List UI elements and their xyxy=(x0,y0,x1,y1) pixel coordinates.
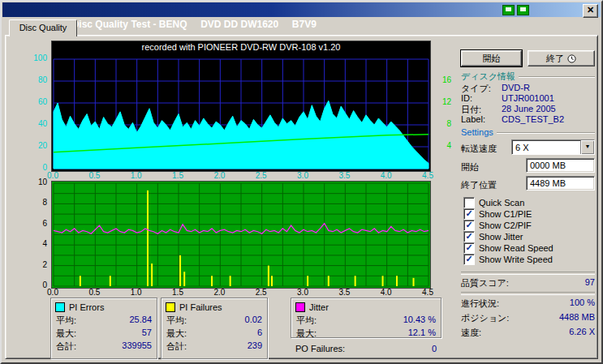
axis-tick-label: 20 xyxy=(38,141,47,150)
checkbox-label: Show Write Speed xyxy=(479,255,553,264)
disc-label-value: CDS_TEST_B2 xyxy=(502,114,564,124)
checkbox-quick-scan[interactable]: Quick Scan xyxy=(463,197,524,208)
chevron-down-icon[interactable]: ▼ xyxy=(580,140,594,154)
axis-tick-label: 8 xyxy=(446,119,451,128)
jitter-chart xyxy=(51,181,431,289)
disc-id-value: UTJR001001 xyxy=(502,93,554,103)
speed-status-value: 6.26 X xyxy=(569,327,595,339)
pi-failures-legend-title: PI Failures xyxy=(179,302,222,312)
titlebar-disk-icon[interactable] xyxy=(517,5,529,15)
progress-row: 進行状況:100 % xyxy=(461,298,595,310)
axis-tick-label: 2.0 xyxy=(213,171,225,180)
axis-tick-label: 0.5 xyxy=(88,288,100,297)
cd-speed-window: CD Speed : Disc Quality Test - BENQ DVD … xyxy=(0,0,603,364)
speed-label: 転送速度 xyxy=(461,143,497,155)
po-failures-value: 0 xyxy=(432,344,437,353)
axis-tick-label: 4.5 xyxy=(422,288,433,297)
po-failures-row: PO Failures: 0 xyxy=(295,344,437,353)
stat-label: 最大: xyxy=(166,328,187,339)
axis-tick-label: 2 xyxy=(42,260,47,269)
titlebar-graph-icon[interactable] xyxy=(502,5,515,15)
checkbox-box[interactable]: ✓ xyxy=(463,231,475,242)
checkbox-box[interactable]: ✓ xyxy=(463,220,475,231)
axis-tick-label: 12 xyxy=(442,97,451,106)
settings-header-label: Settings xyxy=(461,127,493,137)
jitter-chart-x-axis: 0.00.51.01.52.02.53.03.54.04.5 xyxy=(51,288,429,298)
clock-icon xyxy=(567,54,576,63)
jitter-chart-left-axis: 1086420 xyxy=(24,181,49,287)
header-rule xyxy=(497,132,595,133)
speed-combobox[interactable]: 6 X ▼ xyxy=(511,139,595,155)
axis-tick-label: 4.0 xyxy=(381,288,392,297)
axis-tick-label: 0.0 xyxy=(47,288,58,297)
position-label: ポジション: xyxy=(461,312,509,324)
checkbox-show-write-speed[interactable]: ✓Show Write Speed xyxy=(463,254,553,264)
axis-tick-label: 0.0 xyxy=(47,171,58,180)
divider xyxy=(461,272,595,275)
checkbox-show-c1-pie[interactable]: ✓Show C1/PIE xyxy=(463,208,532,219)
axis-tick-label: 4 xyxy=(446,141,451,150)
axis-tick-label: 4 xyxy=(42,239,47,248)
checkbox-show-jitter[interactable]: ✓Show Jitter xyxy=(463,231,523,242)
end-position-label: 終了位置 xyxy=(461,179,497,191)
start-button-label: 開始 xyxy=(483,53,501,65)
axis-tick-label: 1.5 xyxy=(172,171,183,180)
axis-tick-label: 2.0 xyxy=(213,288,225,297)
checkbox-box[interactable] xyxy=(463,197,475,208)
speed-combobox-value: 6 X xyxy=(512,143,580,152)
axis-tick-label: 80 xyxy=(38,75,47,84)
progress-value: 100 % xyxy=(570,298,595,310)
axis-tick-label: 6 xyxy=(42,219,47,228)
checkbox-label: Show C1/PIE xyxy=(479,209,532,219)
stat-value: 0.02 xyxy=(245,315,262,326)
title-bar[interactable]: CD Speed : Disc Quality Test - BENQ DVD … xyxy=(2,2,601,17)
checkbox-box[interactable]: ✓ xyxy=(463,242,475,254)
axis-tick-label: 3.0 xyxy=(297,288,308,297)
pi-chart-x-axis: 0.00.51.01.52.02.53.03.54.04.5 xyxy=(51,171,429,181)
axis-tick-label: 60 xyxy=(38,97,47,106)
start-position-label: 開始 xyxy=(461,161,479,173)
stat-value: 339955 xyxy=(122,340,152,352)
position-row: ポジション:4488 MB xyxy=(461,312,595,324)
start-position-field[interactable]: 0000 MB xyxy=(526,158,595,173)
axis-tick-label: 0.5 xyxy=(88,171,100,180)
stat-label: 平均: xyxy=(166,315,187,326)
start-button[interactable]: 開始 xyxy=(461,50,522,66)
axis-tick-label: 16 xyxy=(442,75,451,84)
tab-disc-quality[interactable]: Disc Quality xyxy=(9,19,77,36)
quality-score-label: 品質スコア: xyxy=(461,277,509,289)
settings-header: Settings xyxy=(461,127,595,137)
pi-errors-chart: recorded with PIONEER DVD-RW DVR-108 v1.… xyxy=(51,41,431,172)
end-position-field[interactable]: 4489 MB xyxy=(526,176,595,191)
stat-value: 57 xyxy=(142,328,152,339)
pi-errors-swatch xyxy=(55,302,65,312)
axis-tick-label: 3.0 xyxy=(297,171,308,180)
pi-failures-stats-box: PI Failures 平均:0.02 最大:6 合計:239 xyxy=(161,298,268,359)
stop-button[interactable]: 終了 xyxy=(528,50,595,66)
checkbox-show-c2-pif[interactable]: ✓Show C2/PIF xyxy=(463,220,532,230)
progress-label: 進行状況: xyxy=(461,298,499,310)
graph-icon-detail xyxy=(506,7,511,11)
pi-errors-legend-title: PI Errors xyxy=(69,302,104,312)
jitter-swatch xyxy=(295,302,305,312)
axis-tick-label: 40 xyxy=(38,119,47,128)
disc-info-header: ディスク情報 xyxy=(461,71,595,83)
axis-tick-label: 8 xyxy=(42,198,47,207)
jitter-legend-title: Jitter xyxy=(309,302,329,312)
stat-value: 6 xyxy=(257,328,262,339)
stop-button-label: 終了 xyxy=(546,53,564,65)
axis-tick-label: 1.0 xyxy=(131,288,142,297)
stat-label: 平均: xyxy=(56,315,76,326)
stat-label: 合計: xyxy=(56,340,76,352)
quality-score-value: 97 xyxy=(585,277,595,289)
checkbox-show-read-speed[interactable]: ✓Show Read Speed xyxy=(463,242,553,253)
axis-tick-label: 2.5 xyxy=(256,288,267,297)
stat-value: 25.84 xyxy=(129,315,152,326)
close-button[interactable]: ✕ xyxy=(583,4,598,18)
jitter-plot xyxy=(52,182,430,288)
stat-label: 最大: xyxy=(296,328,317,339)
po-failures-label: PO Failures: xyxy=(295,344,345,353)
checkbox-box[interactable]: ✓ xyxy=(463,208,475,220)
checkbox-box[interactable]: ✓ xyxy=(463,254,475,265)
disc-label-row: Label:CDS_TEST_B2 xyxy=(461,114,595,124)
